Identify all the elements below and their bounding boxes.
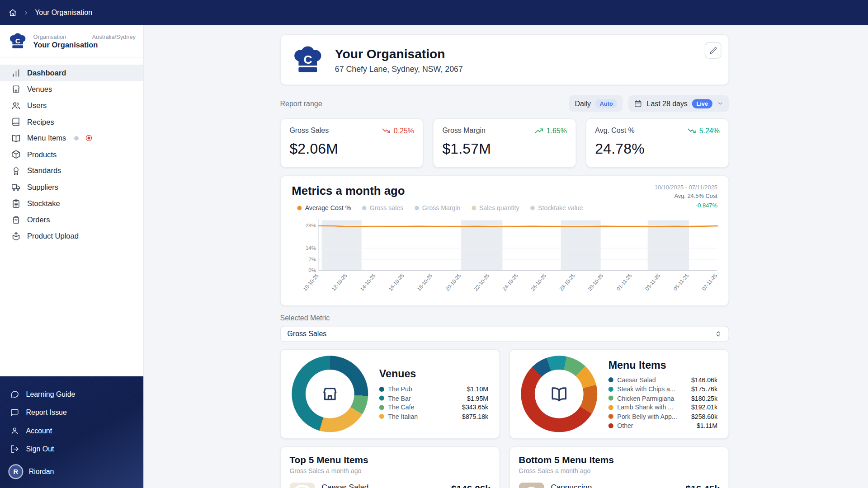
sidebar-item-product-upload[interactable]: Product Upload: [0, 228, 143, 244]
date-range-selector[interactable]: Last 28 days Live: [628, 95, 729, 112]
sidebar-item-label: Products: [27, 150, 57, 159]
menu-item-row[interactable]: Cappuccino The Cafe No Tag $16.45k: [519, 483, 719, 488]
user-menu[interactable]: R Riordan: [0, 458, 143, 481]
legend-dot: [379, 405, 384, 410]
cappuccino-photo: [519, 483, 544, 488]
legend-row: The Pub $1.10M: [379, 385, 488, 394]
trending-up-icon: [534, 126, 544, 136]
kpi-delta: 5.24%: [687, 126, 720, 136]
frequency-selector[interactable]: Daily Auto: [569, 95, 623, 112]
sidebar-item-stocktake[interactable]: Stocktake: [0, 195, 143, 211]
sidebar-item-label: Standards: [27, 167, 61, 175]
org-name: Your Organisation: [33, 41, 136, 49]
sidebar-item-label: Stocktake: [27, 199, 60, 207]
svg-text:0%: 0%: [308, 267, 316, 273]
upload-box-icon: [11, 231, 21, 241]
legend-item-gross-sales[interactable]: Gross sales: [362, 205, 403, 211]
sidebar-item-label: Menu Items: [27, 134, 66, 142]
footer-item-label: Sign Out: [26, 445, 54, 453]
legend-row: Steak with Chips a... $175.76k: [609, 385, 717, 394]
sidebar: C Organisation Australia/Sydney Your Org…: [0, 25, 144, 488]
menu-item-details: Cappuccino The Cafe No Tag: [551, 483, 620, 488]
cube-icon: [11, 150, 21, 160]
person-icon: [10, 426, 19, 436]
main-content: C Your Organisation 67 Chefy Lane, Sydne…: [280, 25, 729, 488]
sidebar-item-label: Recipes: [27, 118, 54, 126]
sidebar-footer: Learning Guide Report Issue Account Sign…: [0, 376, 143, 488]
legend-dot: [609, 414, 613, 419]
venues-card: Venues The Pub $1.10M The Bar $1.95M The…: [280, 349, 500, 439]
org-switcher[interactable]: C Organisation Australia/Sydney Your Org…: [0, 25, 143, 57]
app-root: Your Organisation C Organisation Austral…: [0, 0, 868, 488]
sidebar-item-menu-items[interactable]: Menu Items: [0, 130, 143, 146]
legend-row: Pork Belly with App... $258.60k: [609, 412, 717, 421]
trending-down-icon: [687, 126, 697, 136]
sidebar-item-label: Product Upload: [27, 232, 79, 240]
svg-text:26-10-25: 26-10-25: [530, 272, 547, 292]
selected-metric-select[interactable]: Gross Sales: [280, 326, 729, 342]
message-square-icon: [10, 408, 19, 417]
rankings-row: Top 5 Menu Items Gross Sales a month ago: [280, 446, 729, 488]
legend-row: Lamb Shank with ... $192.01k: [609, 403, 717, 412]
legend-item-sales-quantity[interactable]: Sales quantity: [472, 205, 519, 211]
breakdown-row: Venues The Pub $1.10M The Bar $1.95M The…: [280, 349, 729, 439]
report-issue-item[interactable]: Report Issue: [0, 404, 143, 422]
sidebar-item-users[interactable]: Users: [0, 98, 143, 114]
menu-items-alert-dot: [85, 135, 91, 141]
legend-item-average-cost[interactable]: Average Cost %: [297, 205, 351, 211]
legend-dot: [379, 414, 384, 419]
sidebar-item-label: Venues: [27, 85, 52, 93]
kpi-row: Gross Sales 0.25% $2.06M Gross Margin 1.…: [280, 118, 729, 168]
chat-bubble-icon: [10, 389, 19, 399]
breadcrumb[interactable]: Your Organisation: [35, 8, 92, 16]
svg-text:30-10-25: 30-10-25: [587, 272, 604, 292]
sign-out-item[interactable]: Sign Out: [0, 440, 143, 458]
select-arrows-icon: [715, 330, 722, 338]
footer-item-label: Learning Guide: [26, 390, 75, 398]
page-title: Your Organisation: [335, 46, 463, 61]
legend-item-gross-margin[interactable]: Gross Margin: [415, 205, 461, 211]
home-icon[interactable]: [8, 8, 17, 17]
org-switcher-text: Organisation Australia/Sydney Your Organ…: [33, 33, 136, 49]
menu-item-name: Caesar Salad: [321, 483, 444, 488]
svg-text:12-10-25: 12-10-25: [330, 272, 348, 292]
chart-legend: Average Cost % Gross sales Gross Margin …: [292, 205, 717, 211]
edit-org-button[interactable]: [705, 42, 722, 59]
sidebar-item-suppliers[interactable]: Suppliers: [0, 179, 143, 195]
legend-dot: [609, 396, 613, 401]
report-range-label: Report range: [280, 99, 322, 108]
menu-item-row[interactable]: Caesar Salad The Pub Salads Lunch Mains …: [289, 483, 490, 488]
report-range-controls: Daily Auto Last 28 days Live: [569, 95, 729, 112]
sidebar-item-venues[interactable]: Venues: [0, 81, 143, 97]
trending-down-icon: [382, 126, 391, 136]
sidebar-item-dashboard[interactable]: Dashboard: [0, 65, 143, 81]
sidebar-item-standards[interactable]: Standards: [0, 163, 143, 179]
footer-item-label: Report Issue: [26, 408, 67, 417]
sidebar-item-orders[interactable]: Orders: [0, 211, 143, 228]
medal-icon: [11, 166, 21, 176]
users-icon: [11, 101, 21, 111]
legend-item-stocktake-value[interactable]: Stocktake value: [530, 205, 583, 211]
kpi-delta: 0.25%: [382, 126, 414, 136]
selected-metric-label: Selected Metric: [280, 314, 729, 322]
truck-icon: [11, 182, 21, 192]
top5-subtitle: Gross Sales a month ago: [289, 468, 490, 474]
report-range-row: Report range Daily Auto Last 28 days Liv…: [280, 95, 729, 112]
sidebar-item-label: Suppliers: [27, 183, 58, 191]
kpi-card-avg-cost: Avg. Cost % 5.24% 24.78%: [586, 118, 729, 168]
legend-row: Caesar Salad $146.06k: [609, 375, 717, 385]
menu-item-name: Cappuccino: [551, 483, 620, 488]
svg-text:05-11-25: 05-11-25: [673, 272, 690, 291]
book-open-icon: [521, 356, 597, 432]
sidebar-item-products[interactable]: Products: [0, 146, 143, 163]
menu-item-value: $146.06k: [451, 483, 491, 488]
org-region: Australia/Sydney: [92, 33, 136, 40]
kpi-value: $2.06M: [289, 141, 414, 158]
metrics-meta: 10/10/2025 - 07/11/2025 Avg. 24.5% Cost …: [655, 183, 717, 210]
menu-items-legend: Menu Items Caesar Salad $146.06k Steak w…: [609, 358, 717, 430]
sidebar-item-recipes[interactable]: Recipes: [0, 114, 143, 130]
account-item[interactable]: Account: [0, 422, 143, 440]
org-header-card: C Your Organisation 67 Chefy Lane, Sydne…: [280, 34, 729, 85]
learning-guide-item[interactable]: Learning Guide: [0, 385, 143, 403]
legend-row: The Bar $1.95M: [379, 394, 488, 403]
